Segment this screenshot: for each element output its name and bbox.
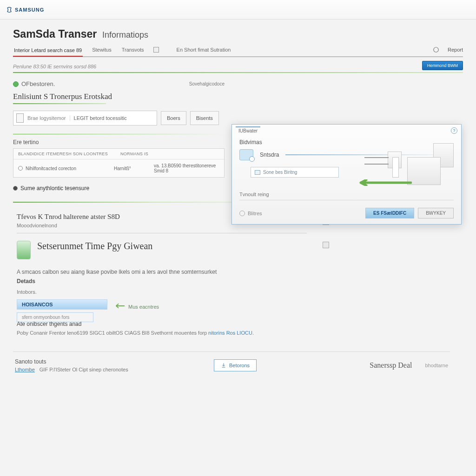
help-icon[interactable] bbox=[433, 46, 439, 53]
status-tag[interactable]: Hemmond BWM bbox=[422, 61, 463, 70]
file-input[interactable]: Brae logysitemor LEGIT betord tocessitic bbox=[13, 111, 157, 126]
section-heading: Enlisiunt S Tronerpus Erotskad bbox=[13, 92, 225, 101]
arrow-left-icon bbox=[114, 303, 125, 311]
tab-3[interactable]: Transvots bbox=[121, 45, 145, 54]
radio-icon bbox=[13, 186, 18, 191]
dialog-help-icon[interactable]: ? bbox=[451, 127, 457, 134]
heading-underline bbox=[13, 103, 106, 104]
cell-3: va. 13.B0590 therestitonereve Smid 8 bbox=[154, 163, 219, 173]
square-icon bbox=[323, 242, 329, 248]
page-header: SamSda Transer Informatiops Interior Let… bbox=[0, 20, 476, 57]
card-sub2-link[interactable]: nitorins Ros LIOCU bbox=[208, 330, 252, 336]
dialog-primary-button[interactable]: ES FSælDDIFC bbox=[365, 208, 414, 218]
clock-icon bbox=[18, 166, 23, 171]
dialog-refresh[interactable]: Blitres bbox=[239, 211, 262, 216]
lower-card: Tfevos K Tnrod halterene atster S8D Mooo… bbox=[13, 208, 311, 340]
page-title-main: SamSda Transer bbox=[13, 28, 97, 40]
card-sub2-title: Ate onibscer thgents anad bbox=[17, 321, 307, 327]
cell-2: Harnitß° bbox=[114, 166, 151, 171]
help-label[interactable]: Report bbox=[448, 47, 463, 53]
status-dot-icon bbox=[13, 81, 19, 87]
footer-desc: GIF P.l'ISteter Ol Cipt sinep cheronotes bbox=[40, 367, 128, 372]
source-device-icon bbox=[239, 149, 253, 160]
card-paragraph: A smcaos calbon seu aiang lkase povibe l… bbox=[17, 269, 307, 275]
refresh-icon bbox=[239, 211, 245, 216]
tab-1[interactable]: Interior Letard search case 89 bbox=[13, 46, 83, 57]
svg-point-0 bbox=[434, 47, 439, 53]
subsection-label: Ere tertino bbox=[13, 139, 225, 145]
card-details-label: Detads bbox=[17, 278, 307, 284]
cell-1: Nihilfonitcacted corecton bbox=[26, 166, 76, 171]
execute-button[interactable]: Bisents bbox=[190, 111, 219, 125]
footer-button[interactable]: Betorons bbox=[214, 359, 257, 371]
hint: Mus eacntres bbox=[114, 303, 307, 311]
divider bbox=[17, 233, 307, 233]
footer-button-label: Betorons bbox=[229, 363, 250, 368]
dialog-tab[interactable]: IUBwater bbox=[236, 126, 260, 134]
dialog-refresh-label: Blitres bbox=[248, 211, 262, 216]
divider bbox=[239, 200, 454, 200]
hint-text: Mus eacntres bbox=[128, 304, 159, 310]
dialog-source-field[interactable]: Sone bes Biritng bbox=[251, 167, 339, 178]
titlebar: SAMSUNG bbox=[0, 0, 476, 20]
footer-brand: Sanerssp Deal bbox=[370, 361, 412, 370]
content-area: Penlune 83:50 lE sernvins sorsd 886 Hemm… bbox=[0, 57, 476, 385]
dialog-field-text: Sone bes Biritng bbox=[263, 170, 297, 175]
divider bbox=[13, 72, 463, 73]
window-controls bbox=[450, 7, 470, 13]
primary-tabs: Interior Letard search case 89 Stewitus … bbox=[13, 45, 463, 57]
dialog-illustration bbox=[356, 143, 454, 199]
file-placeholder: Brae logysitemor bbox=[27, 115, 66, 121]
brand-text: SAMSUNG bbox=[15, 7, 44, 13]
divider bbox=[13, 134, 225, 134]
source-label: Sntsdra bbox=[260, 152, 279, 158]
radio-label: Sume anythlontic tesensure bbox=[20, 185, 89, 192]
brand-logo: SAMSUNG bbox=[6, 6, 44, 13]
page-title: SamSda Transer Informatiops bbox=[13, 28, 463, 40]
footer-brand-sub: bhodtarne bbox=[425, 363, 448, 368]
footer-link[interactable]: Lthombe bbox=[15, 367, 35, 372]
arrow-right-icon bbox=[356, 179, 412, 186]
footer-label: Sanoto touts bbox=[15, 358, 128, 365]
file-embedded-button[interactable]: LEGIT betord tocessitic bbox=[70, 115, 127, 121]
tab-badge-icon bbox=[153, 47, 159, 53]
tab-2[interactable]: Stewitus bbox=[91, 45, 112, 54]
footer: Sanoto touts Lthombe GIF P.l'ISteter Ol … bbox=[13, 351, 450, 379]
tab-extra[interactable]: En Short fimat Sutration bbox=[176, 45, 232, 54]
step-right-link[interactable]: Sovehalgicodoce bbox=[189, 81, 225, 86]
card-sub2-text-a: Poby Conanir Frentor leno6199 SIGC1 obil… bbox=[17, 330, 207, 336]
radio-option[interactable]: Sume anythlontic tesensure bbox=[13, 185, 225, 192]
dialog-secondary-button[interactable]: BWYKEY bbox=[418, 208, 454, 218]
brand-mark-icon bbox=[6, 6, 13, 13]
col-header-1: BLANDIDICE itemeresh son loontres bbox=[18, 152, 120, 156]
col-header-2: Normans IS bbox=[120, 152, 219, 156]
card-sub2-text: Poby Conanir Frentor leno6199 SIGC1 obil… bbox=[17, 330, 307, 336]
step-label: OFbestoren. bbox=[21, 80, 55, 87]
page-title-sub: Informatiops bbox=[102, 30, 148, 40]
chip-primary[interactable]: HOISANCOS bbox=[17, 299, 107, 310]
card-heading: Setserunmet Time Pgy Giwean bbox=[37, 241, 152, 251]
browse-button[interactable]: Boers bbox=[161, 111, 186, 125]
card-sublabel: Intobors. bbox=[17, 289, 307, 295]
breadcrumb: Penlune 83:50 lE sernvins sorsd 886 bbox=[13, 64, 463, 69]
file-input-row: Brae logysitemor LEGIT betord tocessitic… bbox=[13, 111, 225, 126]
file-icon bbox=[16, 113, 24, 123]
device-icon bbox=[17, 241, 31, 259]
transfer-dialog: IUBwater ? Bidvimas Sntsdra Sone bes Bir… bbox=[231, 124, 462, 225]
monitor-icon bbox=[255, 170, 260, 175]
download-icon bbox=[221, 363, 226, 368]
table-row: Nihilfonitcacted corecton Harnitß° va. 1… bbox=[13, 159, 224, 177]
info-table: BLANDIDICE itemeresh son loontres Norman… bbox=[13, 148, 225, 178]
